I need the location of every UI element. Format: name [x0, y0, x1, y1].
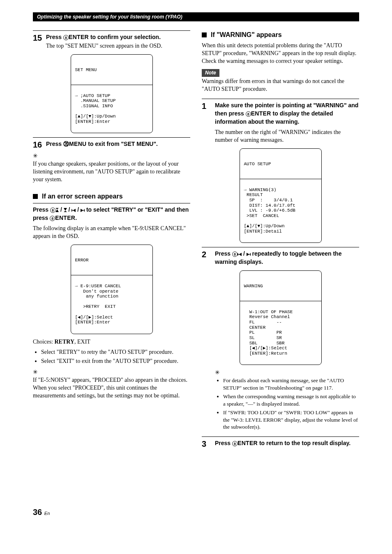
page-suffix: En	[44, 511, 50, 516]
step-15: 15 Press 8ENTER to confirm your selectio…	[33, 30, 190, 50]
page-number: 36 En	[33, 507, 190, 518]
txt: Press	[33, 206, 50, 213]
choices: Choices: RETRY, EXIT	[33, 338, 190, 346]
list-item: Select "EXIT" to exit from the "AUTO SET…	[41, 358, 190, 365]
section-header: Optimizing the speaker setting for your …	[33, 12, 359, 21]
osd-auto-setup: AUTO SETUP → WARNING(3) RESULT SP : 3/4/…	[240, 148, 322, 243]
error-desc: The following display is an example when…	[33, 225, 190, 240]
left-icon	[238, 253, 242, 256]
list-item: If "SWFR: TOO LOUD" or "SWFR: TOO LOW" a…	[223, 409, 359, 431]
list-item: When the corresponding warning message i…	[223, 393, 359, 407]
tip-text: If you change speakers, speaker position…	[33, 160, 190, 184]
warning-body: When this unit detects potential problem…	[202, 42, 359, 65]
osd-options: >RETRY EXIT	[75, 304, 116, 309]
osd-warning: WARNING W-1:OUT OF PHASE Reverse Channel…	[240, 270, 322, 365]
square-icon	[202, 32, 207, 37]
right-icon	[247, 253, 251, 256]
txt: Press	[215, 250, 232, 257]
note-text: Warnings differ from errors in that warn…	[202, 78, 359, 93]
step-1: 1 Make sure the pointer is pointing at "…	[202, 99, 359, 144]
tip-icon: ✳︎	[33, 152, 38, 160]
step-desc: The number on the right of "WARNING" ind…	[215, 129, 359, 144]
menu-keyword: MENU	[69, 141, 86, 147]
circle-8-icon: 8	[50, 208, 55, 213]
tip-icon: ✳︎	[33, 369, 38, 376]
choice-rest: , EXIT	[74, 339, 90, 345]
enter-keyword: ENTER	[69, 34, 89, 40]
osd-title: SET MENU	[75, 67, 148, 73]
warning-bullets: For details about each warning message, …	[215, 377, 359, 431]
osd-body: → E-9:USER CANCEL Don't operate any func…	[75, 284, 121, 299]
circle-8-icon: 8	[50, 216, 55, 221]
choices-label: Choices:	[33, 339, 55, 345]
txt: to confirm your selection.	[89, 34, 161, 40]
page-num: 36	[33, 508, 42, 517]
right-icon	[81, 209, 85, 212]
note-label: Note	[202, 69, 219, 76]
tip-text: If "E-5:NOISY" appears, "PROCEED" also a…	[33, 376, 190, 400]
step-text: Press ⑳MENU to exit from "SET MENU".	[46, 141, 158, 147]
step-number: 1	[202, 102, 212, 144]
enter-keyword: ENTER	[251, 110, 271, 117]
step-desc: The top "SET MENU" screen appears in the…	[46, 42, 162, 50]
txt: to return to the top result display.	[258, 440, 350, 446]
osd-error: ERROR → E-9:USER CANCEL Don't operate an…	[71, 245, 153, 334]
osd-title: AUTO SETUP	[244, 162, 317, 167]
choice-bold: RETRY	[55, 339, 75, 345]
osd-body: → WARNING(3) RESULT SP : 3/4/0.1 DIST: 1…	[244, 187, 295, 218]
osd-body: → ;AUTO SETUP .MANUAL SETUP .SIGNAL INFO	[75, 93, 116, 108]
list-item: Select "RETRY" to retry the "AUTO SETUP"…	[41, 349, 190, 356]
right-column: If "WARNING" appears When this unit dete…	[202, 30, 359, 518]
txt: .	[75, 215, 77, 221]
step-number: 16	[33, 140, 43, 149]
osd-hint: [▲]/[▼]:Up/Down [ENTER]:Detail	[244, 224, 285, 234]
osd-title: ERROR	[75, 258, 148, 263]
step-3: 3 Press 8ENTER to return to the top resu…	[202, 436, 359, 448]
left-column: 15 Press 8ENTER to confirm your selectio…	[33, 30, 190, 518]
step-number: 2	[202, 250, 212, 266]
error-instruction: Press 8 / / / to select "RETRY" or "EXIT…	[33, 203, 190, 240]
enter-keyword: ENTER	[238, 440, 258, 446]
step-number: 3	[202, 439, 212, 448]
osd-hint: [◀]/[▶]:Select [ENTER]:Enter	[75, 315, 113, 325]
square-icon	[33, 194, 38, 199]
circle-8-icon: 8	[232, 441, 238, 446]
step-text: Press 8ENTER to confirm your selection.	[46, 34, 161, 40]
tip-icon: ✳︎	[215, 369, 220, 377]
circle-20-icon: ⑳	[63, 141, 69, 147]
down-icon	[64, 208, 67, 212]
section-title: If "WARNING" appears	[211, 30, 282, 39]
osd-title: WARNING	[244, 284, 317, 289]
osd-body: W-1:OUT OF PHASE Reverse Channel FL -- C…	[244, 309, 293, 356]
step-2: 2 Press 8 / repeatedly to toggle between…	[202, 247, 359, 266]
step-number: 15	[33, 33, 43, 50]
txt: to exit from "SET MENU".	[86, 141, 158, 147]
section-title: If an error screen appears	[42, 192, 123, 201]
left-icon	[71, 209, 76, 212]
txt: Press	[46, 34, 63, 40]
circle-8-icon: 8	[63, 35, 69, 40]
up-icon	[55, 208, 59, 212]
osd-set-menu: SET MENU → ;AUTO SETUP .MANUAL SETUP .SI…	[71, 54, 153, 133]
step-16: 16 Press ⑳MENU to exit from "SET MENU".	[33, 137, 190, 149]
list-item: For details about each warning message, …	[223, 377, 359, 391]
circle-8-icon: 8	[246, 111, 251, 117]
osd-hint: [▲]/[▼]:Up/Down [ENTER]:Enter	[75, 114, 116, 124]
section-warning: If "WARNING" appears	[202, 30, 359, 39]
choice-bullets: Select "RETRY" to retry the "AUTO SETUP"…	[33, 349, 190, 366]
section-error: If an error screen appears	[33, 192, 190, 201]
circle-8-icon: 8	[232, 252, 238, 257]
txt: Press	[215, 440, 232, 446]
enter-keyword: ENTER	[55, 215, 75, 221]
txt: Press	[46, 141, 63, 147]
